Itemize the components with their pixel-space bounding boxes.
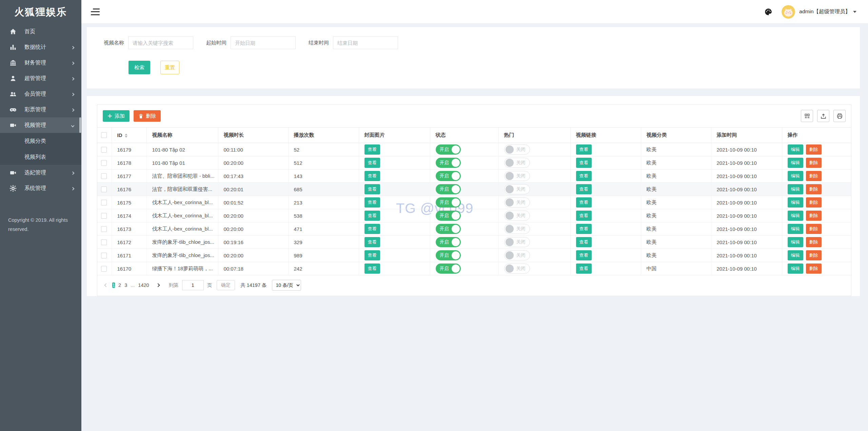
hot-toggle[interactable]: 关闭 [504, 224, 530, 234]
link-view-button[interactable]: 查看 [576, 224, 592, 234]
start-date-input[interactable] [231, 36, 296, 49]
sidebar-subitem[interactable]: 视频分类 [0, 133, 81, 149]
goto-page-input[interactable] [182, 280, 204, 290]
row-checkbox[interactable] [101, 160, 107, 166]
status-toggle[interactable]: 开启 [436, 144, 461, 155]
row-checkbox[interactable] [101, 213, 107, 219]
hot-toggle[interactable]: 关闭 [504, 184, 530, 194]
cover-view-button[interactable]: 查看 [364, 224, 380, 234]
link-view-button[interactable]: 查看 [576, 250, 592, 260]
row-checkbox[interactable] [101, 253, 107, 258]
columns-icon[interactable] [801, 110, 813, 122]
edit-button[interactable]: 编辑 [788, 250, 803, 260]
hot-toggle[interactable]: 关闭 [504, 211, 530, 221]
edit-button[interactable]: 编辑 [788, 197, 803, 208]
sidebar-subitem[interactable]: 视频列表 [0, 149, 81, 165]
next-page-icon[interactable] [155, 280, 161, 290]
user-menu[interactable]: admin【超级管理员】 [799, 8, 856, 15]
menu-toggle-icon[interactable] [91, 8, 100, 15]
edit-button[interactable]: 编辑 [788, 171, 803, 181]
cover-view-button[interactable]: 查看 [364, 184, 380, 194]
row-checkbox[interactable] [101, 266, 107, 272]
cover-view-button[interactable]: 查看 [364, 144, 380, 155]
edit-button[interactable]: 编辑 [788, 144, 803, 155]
avatar[interactable] [782, 5, 795, 19]
page-button-3[interactable]: 3 [124, 282, 127, 288]
link-view-button[interactable]: 查看 [576, 197, 592, 208]
page-button-1420[interactable]: 1420 [138, 282, 149, 288]
row-checkbox[interactable] [101, 239, 107, 245]
link-view-button[interactable]: 查看 [576, 237, 592, 247]
link-view-button[interactable]: 查看 [576, 144, 592, 155]
page-button-1[interactable]: 1 [112, 282, 115, 288]
video-name-input[interactable] [128, 36, 193, 49]
hot-toggle[interactable]: 关闭 [504, 158, 530, 168]
prev-page-icon[interactable] [103, 280, 110, 290]
delete-button[interactable]: 删除 [806, 263, 822, 274]
search-button[interactable]: 检索 [129, 61, 150, 74]
edit-button[interactable]: 编辑 [788, 224, 803, 234]
delete-button[interactable]: 删除 [806, 250, 822, 260]
delete-button[interactable]: 删除 [806, 171, 822, 181]
row-checkbox[interactable] [101, 147, 107, 153]
edit-button[interactable]: 编辑 [788, 184, 803, 194]
export-icon[interactable] [817, 110, 829, 122]
delete-button[interactable]: 删除 [806, 197, 822, 208]
edit-button[interactable]: 编辑 [788, 211, 803, 221]
end-date-input[interactable] [333, 36, 398, 49]
status-toggle[interactable]: 开启 [436, 171, 461, 181]
delete-button[interactable]: 删除 [806, 224, 822, 234]
hot-toggle[interactable]: 关闭 [504, 263, 530, 274]
delete-button[interactable]: 删除 [806, 184, 822, 194]
sidebar-item-0[interactable]: 首页 [0, 24, 81, 39]
edit-button[interactable]: 编辑 [788, 237, 803, 247]
cover-view-button[interactable]: 查看 [364, 237, 380, 247]
edit-button[interactable]: 编辑 [788, 158, 803, 168]
delete-button[interactable]: 删除 [806, 237, 822, 247]
cover-view-button[interactable]: 查看 [364, 263, 380, 274]
row-checkbox[interactable] [101, 187, 107, 192]
cover-view-button[interactable]: 查看 [364, 250, 380, 260]
status-toggle[interactable]: 开启 [436, 250, 461, 260]
theme-palette-icon[interactable] [764, 7, 773, 16]
hot-toggle[interactable]: 关闭 [504, 250, 530, 260]
select-all-checkbox[interactable] [101, 132, 107, 138]
status-toggle[interactable]: 开启 [436, 263, 461, 274]
cover-view-button[interactable]: 查看 [364, 158, 380, 168]
status-toggle[interactable]: 开启 [436, 158, 461, 168]
link-view-button[interactable]: 查看 [576, 263, 592, 274]
edit-button[interactable]: 编辑 [788, 263, 803, 274]
page-size-select[interactable]: 10 条/页 [272, 280, 301, 291]
sidebar-item-2[interactable]: 财务管理 [0, 55, 81, 71]
print-icon[interactable] [833, 110, 846, 122]
sidebar-item-1[interactable]: 数据统计 [0, 39, 81, 55]
bulk-delete-button[interactable]: 删除 [134, 110, 161, 122]
reset-button[interactable]: 重置 [160, 61, 179, 74]
goto-confirm-button[interactable]: 确定 [217, 280, 235, 290]
add-button[interactable]: 添加 [103, 110, 130, 122]
link-view-button[interactable]: 查看 [576, 211, 592, 221]
sidebar-item-4[interactable]: 会员管理 [0, 86, 81, 102]
sort-icon[interactable] [125, 134, 127, 138]
status-toggle[interactable]: 开启 [436, 237, 461, 247]
sidebar-item-6[interactable]: 视频管理 [0, 117, 81, 133]
link-view-button[interactable]: 查看 [576, 158, 592, 168]
hot-toggle[interactable]: 关闭 [504, 197, 530, 208]
hot-toggle[interactable]: 关闭 [504, 144, 530, 155]
link-view-button[interactable]: 查看 [576, 171, 592, 181]
sidebar-item-3[interactable]: 超管管理 [0, 71, 81, 86]
row-checkbox[interactable] [101, 226, 107, 232]
sidebar-scrollbar[interactable] [79, 117, 81, 133]
hot-toggle[interactable]: 关闭 [504, 171, 530, 181]
delete-button[interactable]: 删除 [806, 211, 822, 221]
cover-view-button[interactable]: 查看 [364, 171, 380, 181]
delete-button[interactable]: 删除 [806, 144, 822, 155]
row-checkbox[interactable] [101, 200, 107, 205]
cover-view-button[interactable]: 查看 [364, 197, 380, 208]
sidebar-item-5[interactable]: 彩票管理 [0, 102, 81, 117]
status-toggle[interactable]: 开启 [436, 224, 461, 234]
link-view-button[interactable]: 查看 [576, 184, 592, 194]
delete-button[interactable]: 删除 [806, 158, 822, 168]
row-checkbox[interactable] [101, 173, 107, 179]
page-button-2[interactable]: 2 [118, 282, 121, 288]
